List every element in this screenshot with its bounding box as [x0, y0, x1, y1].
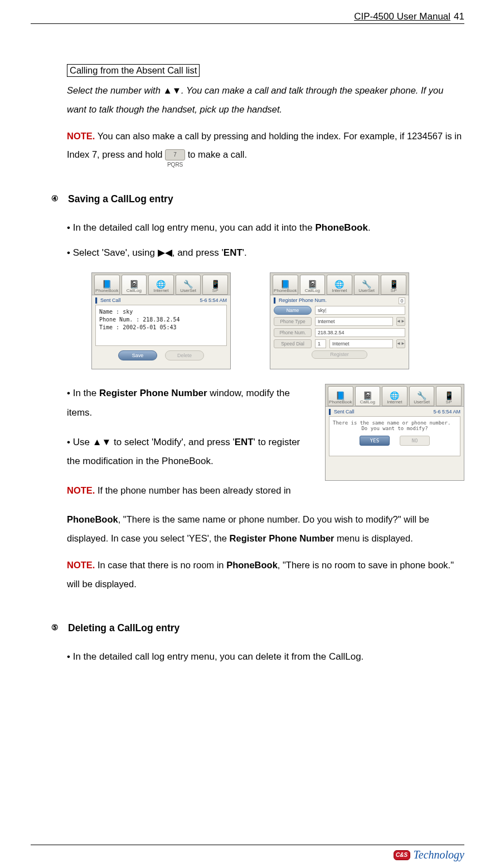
tab-sp[interactable]: 📱SP [436, 386, 462, 406]
name-input[interactable]: sky| [315, 306, 405, 315]
calllog-icon: 📓 [129, 280, 139, 288]
phone-num-input[interactable]: 218.38.2.54 [315, 328, 405, 337]
tab-calllog[interactable]: 📓CallLog [355, 386, 381, 406]
name-label: Name [274, 306, 312, 315]
tab-sp[interactable]: 📱SP [202, 275, 228, 295]
sc2-tabs: 📘PhoneBook 📓CallLog 🌐Internet 🔧UserSet 📱… [270, 273, 409, 295]
tab-phonebook[interactable]: 📘PhoneBook [328, 386, 353, 406]
s4-note1-start: NOTE. If the phone number has been alrea… [67, 481, 305, 500]
s4-p1: • In the detailed call log entry menu, y… [67, 221, 464, 235]
no-button[interactable]: NO [400, 436, 430, 446]
keypad-7-icon: 7 PQRS [165, 149, 185, 160]
sc3-title: ▌ Sent Call [329, 409, 354, 415]
userset-icon: 🔧 [417, 392, 426, 399]
tab-internet[interactable]: 🌐Internet [327, 275, 352, 295]
brand-badge-icon: C&S [394, 850, 410, 860]
s4-p4: • Use ▲▼ to select 'Modify', and press '… [67, 433, 305, 472]
delete-button[interactable]: Delete [165, 350, 204, 360]
phonebook-icon: 📘 [280, 280, 290, 288]
screenshot-row-2: • In the Register Phone Number window, m… [67, 384, 464, 500]
sp-icon: 📱 [444, 392, 454, 399]
tab-calllog[interactable]: 📓CallLog [122, 275, 147, 295]
dropdown-icon[interactable]: ◄► [396, 317, 405, 326]
sc2-corner: 0 [399, 298, 405, 304]
save-button[interactable]: Save [118, 350, 157, 360]
internet-icon: 🌐 [156, 280, 166, 288]
phone-type-label: Phone Type [274, 317, 312, 326]
internet-icon: 🌐 [334, 280, 344, 288]
tab-internet[interactable]: 🌐Internet [382, 386, 407, 406]
screenshot-row-1: 📘PhoneBook 📓CallLog 🌐Internet 🔧UserSet 📱… [91, 272, 464, 369]
userset-icon: 🔧 [362, 280, 371, 288]
internet-icon: 🌐 [390, 392, 399, 399]
dropdown-icon[interactable]: ◄► [396, 339, 405, 348]
intro-note: NOTE. You can also make a call by pressi… [67, 127, 464, 165]
calllog-icon: 📓 [308, 280, 317, 288]
page-number: 41 [454, 11, 464, 22]
tab-phonebook[interactable]: 📘PhoneBook [94, 275, 120, 295]
section-5-heading: ⑤ Deleting a CallLog entry [49, 622, 464, 634]
brand-name: Technology [414, 849, 464, 861]
tab-userset[interactable]: 🔧UserSet [354, 275, 380, 295]
note-label: NOTE. [67, 560, 95, 570]
speed-dial-type[interactable]: Internet [329, 339, 393, 348]
page-footer: C&S Technology [31, 845, 464, 861]
sc3-timestamp: 5-6 5:54 AM [433, 409, 460, 415]
section-4-heading: ④ Saving a CallLog entry [49, 193, 464, 205]
userset-icon: 🔧 [183, 280, 193, 288]
calllog-icon: 📓 [363, 392, 372, 399]
doc-title: CIP-4500 User Manual [354, 11, 450, 22]
circled-5-icon: ⑤ [49, 623, 60, 634]
s4-note2: NOTE. In case that there is no room in P… [67, 556, 464, 594]
tab-userset[interactable]: 🔧UserSet [176, 275, 201, 295]
tab-calllog[interactable]: 📓CallLog [300, 275, 326, 295]
sc1-title: ▌ Sent Call [95, 298, 120, 303]
s4-p2: • Select 'Save', using ▶◀, and press 'EN… [67, 246, 464, 260]
screenshot-modify-dialog: 📘PhoneBook 📓CallLog 🌐Internet 🔧UserSet 📱… [325, 384, 464, 481]
sc1-timestamp: 5-6 5:54 AM [200, 298, 227, 303]
intro-instruction: Select the number with ▲▼. You can make … [67, 81, 464, 119]
sp-icon: 📱 [211, 280, 220, 288]
note-label: NOTE. [67, 131, 95, 141]
circled-4-icon: ④ [49, 194, 60, 205]
tab-sp[interactable]: 📱SP [381, 275, 406, 295]
s4-note1-cont: PhoneBook, "There is the same name or ph… [67, 510, 464, 548]
modify-dialog: There is the same name or phone number. … [329, 416, 460, 456]
tab-phonebook[interactable]: 📘PhoneBook [273, 275, 298, 295]
sp-icon: 📱 [389, 280, 399, 288]
subsection-box: Calling from the Absent Call list [67, 64, 200, 77]
yes-button[interactable]: YES [360, 436, 390, 446]
sc3-tabs: 📘PhoneBook 📓CallLog 🌐Internet 🔧UserSet 📱… [326, 384, 464, 407]
sc2-title: ▌ Register Phone Num. [274, 298, 327, 304]
note-label: NOTE. [67, 485, 95, 495]
speed-dial-num[interactable]: 1 [315, 339, 326, 348]
phone-type-input[interactable]: Internet [315, 317, 393, 326]
phonebook-icon: 📘 [102, 280, 111, 288]
sc1-tabs: 📘PhoneBook 📓CallLog 🌐Internet 🔧UserSet 📱… [92, 273, 230, 295]
section-4-title: Saving a CallLog entry [68, 193, 173, 205]
section-5-title: Deleting a CallLog entry [68, 622, 179, 634]
screenshot-sent-call-detail: 📘PhoneBook 📓CallLog 🌐Internet 🔧UserSet 📱… [91, 272, 231, 369]
tab-internet[interactable]: 🌐Internet [148, 275, 174, 295]
tab-userset[interactable]: 🔧UserSet [409, 386, 435, 406]
phonebook-icon: 📘 [336, 392, 345, 399]
sc1-detail: Name : sky Phone Num. : 218.38.2.54 Time… [95, 305, 227, 346]
screenshot-register-phone: 📘PhoneBook 📓CallLog 🌐Internet 🔧UserSet 📱… [270, 272, 409, 369]
s4-p3: • In the Register Phone Number window, m… [67, 384, 305, 423]
page-header: CIP-4500 User Manual 41 [31, 11, 464, 24]
s5-p1: • In the detailed call log entry menu, y… [67, 650, 464, 664]
register-button[interactable]: Register [312, 350, 367, 359]
phone-num-label: Phone Num. [274, 328, 312, 337]
speed-dial-label: Speed Dial [274, 339, 312, 348]
